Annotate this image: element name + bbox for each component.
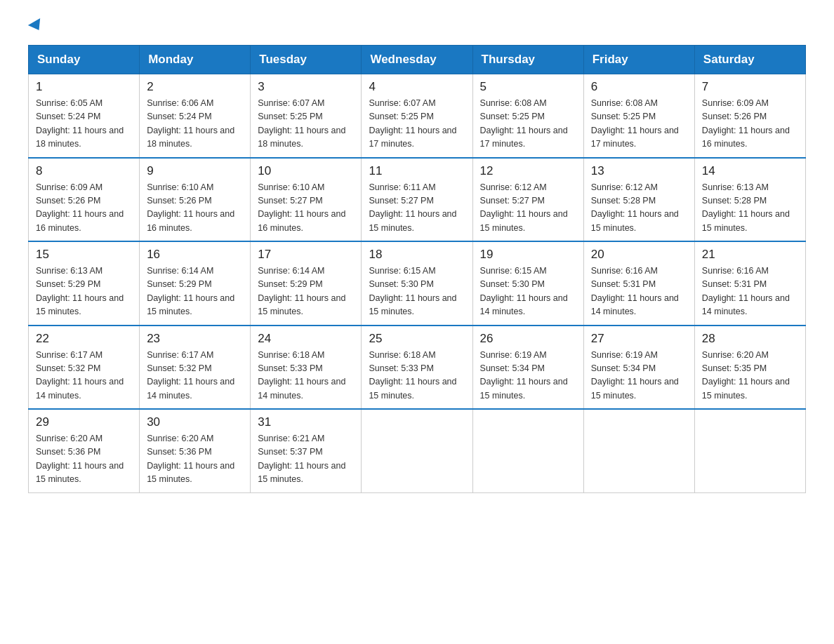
calendar-cell — [362, 409, 472, 492]
calendar-cell: 4Sunrise: 6:07 AMSunset: 5:25 PMDaylight… — [362, 74, 472, 158]
day-number: 24 — [258, 332, 354, 346]
calendar-cell: 3Sunrise: 6:07 AMSunset: 5:25 PMDaylight… — [251, 74, 362, 158]
day-number: 21 — [702, 248, 798, 262]
day-info: Sunrise: 6:20 AMSunset: 5:36 PMDaylight:… — [36, 432, 132, 487]
calendar-cell: 29Sunrise: 6:20 AMSunset: 5:36 PMDayligh… — [29, 409, 140, 492]
day-number: 26 — [480, 332, 576, 346]
day-info: Sunrise: 6:05 AMSunset: 5:24 PMDaylight:… — [36, 97, 132, 152]
calendar-cell: 10Sunrise: 6:10 AMSunset: 5:27 PMDayligh… — [251, 158, 362, 242]
day-info: Sunrise: 6:11 AMSunset: 5:27 PMDaylight:… — [369, 181, 465, 236]
day-info: Sunrise: 6:21 AMSunset: 5:37 PMDaylight:… — [258, 432, 354, 487]
day-number: 23 — [147, 332, 243, 346]
calendar-cell: 27Sunrise: 6:19 AMSunset: 5:34 PMDayligh… — [583, 326, 694, 410]
weekday-header-wednesday: Wednesday — [362, 46, 472, 74]
day-info: Sunrise: 6:09 AMSunset: 5:26 PMDaylight:… — [702, 97, 798, 152]
calendar-week-row: 1Sunrise: 6:05 AMSunset: 5:24 PMDaylight… — [29, 74, 806, 158]
day-number: 3 — [258, 80, 354, 94]
day-info: Sunrise: 6:09 AMSunset: 5:26 PMDaylight:… — [36, 181, 132, 236]
calendar-cell: 31Sunrise: 6:21 AMSunset: 5:37 PMDayligh… — [251, 409, 362, 492]
day-number: 4 — [369, 80, 465, 94]
calendar-cell: 12Sunrise: 6:12 AMSunset: 5:27 PMDayligh… — [472, 158, 583, 242]
weekday-header-saturday: Saturday — [694, 46, 805, 74]
day-info: Sunrise: 6:08 AMSunset: 5:25 PMDaylight:… — [480, 97, 576, 152]
day-info: Sunrise: 6:06 AMSunset: 5:24 PMDaylight:… — [147, 97, 243, 152]
day-number: 8 — [36, 164, 132, 178]
calendar-cell — [472, 409, 583, 492]
calendar-cell: 22Sunrise: 6:17 AMSunset: 5:32 PMDayligh… — [29, 326, 140, 410]
calendar-cell — [694, 409, 805, 492]
day-number: 30 — [147, 415, 243, 429]
day-number: 13 — [591, 164, 687, 178]
calendar-week-row: 8Sunrise: 6:09 AMSunset: 5:26 PMDaylight… — [29, 158, 806, 242]
calendar-cell: 11Sunrise: 6:11 AMSunset: 5:27 PMDayligh… — [362, 158, 472, 242]
day-info: Sunrise: 6:18 AMSunset: 5:33 PMDaylight:… — [258, 349, 354, 403]
calendar-cell: 20Sunrise: 6:16 AMSunset: 5:31 PMDayligh… — [583, 241, 694, 326]
calendar-cell: 25Sunrise: 6:18 AMSunset: 5:33 PMDayligh… — [362, 326, 472, 410]
day-info: Sunrise: 6:17 AMSunset: 5:32 PMDaylight:… — [147, 349, 243, 403]
day-info: Sunrise: 6:16 AMSunset: 5:31 PMDaylight:… — [702, 264, 798, 319]
day-info: Sunrise: 6:16 AMSunset: 5:31 PMDaylight:… — [591, 264, 687, 319]
calendar-cell: 6Sunrise: 6:08 AMSunset: 5:25 PMDaylight… — [583, 74, 694, 158]
calendar-cell: 28Sunrise: 6:20 AMSunset: 5:35 PMDayligh… — [694, 326, 805, 410]
weekday-header-tuesday: Tuesday — [251, 46, 362, 74]
calendar-week-row: 22Sunrise: 6:17 AMSunset: 5:32 PMDayligh… — [29, 326, 806, 410]
day-number: 11 — [369, 164, 465, 178]
day-number: 1 — [36, 80, 132, 94]
day-info: Sunrise: 6:19 AMSunset: 5:34 PMDaylight:… — [591, 349, 687, 403]
calendar-cell: 1Sunrise: 6:05 AMSunset: 5:24 PMDaylight… — [29, 74, 140, 158]
day-info: Sunrise: 6:10 AMSunset: 5:27 PMDaylight:… — [258, 181, 354, 236]
day-info: Sunrise: 6:13 AMSunset: 5:28 PMDaylight:… — [702, 181, 798, 236]
day-info: Sunrise: 6:18 AMSunset: 5:33 PMDaylight:… — [369, 349, 465, 403]
day-info: Sunrise: 6:15 AMSunset: 5:30 PMDaylight:… — [480, 264, 576, 319]
weekday-header-row: SundayMondayTuesdayWednesdayThursdayFrid… — [29, 46, 806, 74]
day-info: Sunrise: 6:20 AMSunset: 5:36 PMDaylight:… — [147, 432, 243, 487]
day-info: Sunrise: 6:14 AMSunset: 5:29 PMDaylight:… — [258, 264, 354, 319]
day-info: Sunrise: 6:07 AMSunset: 5:25 PMDaylight:… — [369, 97, 465, 152]
day-number: 28 — [702, 332, 798, 346]
day-number: 6 — [591, 80, 687, 94]
day-info: Sunrise: 6:20 AMSunset: 5:35 PMDaylight:… — [702, 349, 798, 403]
calendar-cell: 18Sunrise: 6:15 AMSunset: 5:30 PMDayligh… — [362, 241, 472, 326]
day-number: 14 — [702, 164, 798, 178]
day-info: Sunrise: 6:13 AMSunset: 5:29 PMDaylight:… — [36, 264, 132, 319]
calendar-cell: 16Sunrise: 6:14 AMSunset: 5:29 PMDayligh… — [140, 241, 251, 326]
day-number: 12 — [480, 164, 576, 178]
calendar-cell: 5Sunrise: 6:08 AMSunset: 5:25 PMDaylight… — [472, 74, 583, 158]
day-info: Sunrise: 6:15 AMSunset: 5:30 PMDaylight:… — [369, 264, 465, 319]
calendar-week-row: 29Sunrise: 6:20 AMSunset: 5:36 PMDayligh… — [29, 409, 806, 492]
day-number: 20 — [591, 248, 687, 262]
day-number: 2 — [147, 80, 243, 94]
calendar-cell — [583, 409, 694, 492]
day-info: Sunrise: 6:08 AMSunset: 5:25 PMDaylight:… — [591, 97, 687, 152]
day-number: 7 — [702, 80, 798, 94]
calendar-table: SundayMondayTuesdayWednesdayThursdayFrid… — [28, 45, 806, 493]
day-number: 27 — [591, 332, 687, 346]
day-info: Sunrise: 6:17 AMSunset: 5:32 PMDaylight:… — [36, 349, 132, 403]
day-number: 16 — [147, 248, 243, 262]
logo — [28, 21, 44, 31]
calendar-week-row: 15Sunrise: 6:13 AMSunset: 5:29 PMDayligh… — [29, 241, 806, 326]
day-number: 25 — [369, 332, 465, 346]
calendar-cell: 7Sunrise: 6:09 AMSunset: 5:26 PMDaylight… — [694, 74, 805, 158]
day-info: Sunrise: 6:19 AMSunset: 5:34 PMDaylight:… — [480, 349, 576, 403]
calendar-cell: 30Sunrise: 6:20 AMSunset: 5:36 PMDayligh… — [140, 409, 251, 492]
day-number: 17 — [258, 248, 354, 262]
weekday-header-monday: Monday — [140, 46, 251, 74]
calendar-cell: 21Sunrise: 6:16 AMSunset: 5:31 PMDayligh… — [694, 241, 805, 326]
calendar-cell: 9Sunrise: 6:10 AMSunset: 5:26 PMDaylight… — [140, 158, 251, 242]
day-number: 15 — [36, 248, 132, 262]
day-info: Sunrise: 6:12 AMSunset: 5:28 PMDaylight:… — [591, 181, 687, 236]
day-number: 31 — [258, 415, 354, 429]
day-number: 19 — [480, 248, 576, 262]
calendar-cell: 2Sunrise: 6:06 AMSunset: 5:24 PMDaylight… — [140, 74, 251, 158]
day-info: Sunrise: 6:12 AMSunset: 5:27 PMDaylight:… — [480, 181, 576, 236]
day-number: 22 — [36, 332, 132, 346]
weekday-header-friday: Friday — [583, 46, 694, 74]
day-number: 29 — [36, 415, 132, 429]
day-number: 5 — [480, 80, 576, 94]
calendar-cell: 19Sunrise: 6:15 AMSunset: 5:30 PMDayligh… — [472, 241, 583, 326]
page-header — [28, 21, 806, 31]
calendar-cell: 24Sunrise: 6:18 AMSunset: 5:33 PMDayligh… — [251, 326, 362, 410]
calendar-cell: 17Sunrise: 6:14 AMSunset: 5:29 PMDayligh… — [251, 241, 362, 326]
day-info: Sunrise: 6:14 AMSunset: 5:29 PMDaylight:… — [147, 264, 243, 319]
